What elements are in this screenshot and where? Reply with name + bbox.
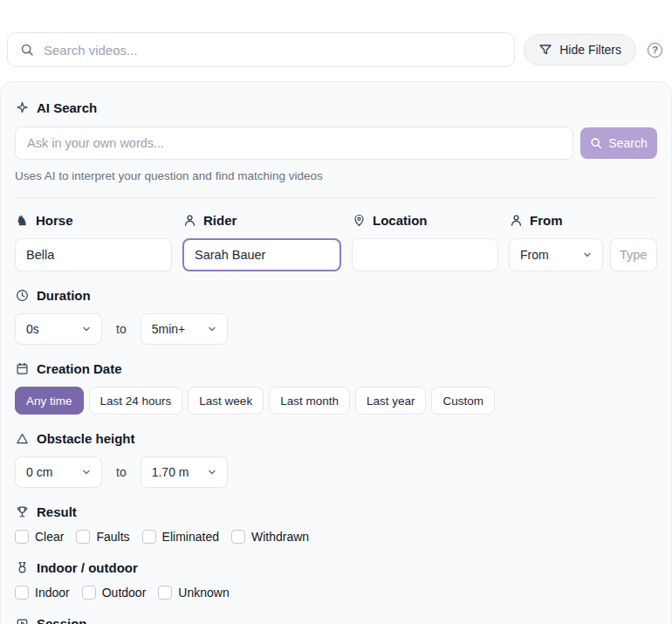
result-option-faults[interactable]: Faults: [76, 530, 129, 544]
creation-date-option-last-month[interactable]: Last month: [269, 387, 350, 415]
clear-label: Clear: [35, 530, 64, 544]
help-icon[interactable]: ?: [648, 43, 662, 58]
faults-label: Faults: [96, 530, 129, 544]
obstacle-max-value: 1.70 m: [152, 465, 189, 479]
location-input[interactable]: [352, 238, 498, 271]
rider-input[interactable]: [182, 238, 341, 271]
from-type-input[interactable]: [610, 238, 657, 271]
chevron-down-icon: [205, 465, 219, 479]
person-icon: [182, 214, 196, 228]
horse-icon: ♞: [15, 214, 29, 228]
unknown-option[interactable]: Unknown: [158, 586, 229, 600]
top-bar: Hide Filters ?: [0, 0, 672, 81]
video-search-input[interactable]: [44, 43, 502, 58]
obstacle-to-label: to: [116, 465, 127, 479]
duration-section: Duration 0s to 5min+: [15, 287, 657, 345]
eliminated-label: Eliminated: [162, 530, 219, 544]
ai-search-button-label: Search: [608, 136, 647, 150]
result-title: Result: [37, 504, 77, 520]
sparkle-icon: [15, 101, 29, 115]
horse-label: Horse: [36, 212, 73, 229]
indoor-label: Indoor: [35, 586, 70, 600]
from-select-value: From: [520, 248, 549, 262]
outdoor-checkbox[interactable]: [82, 586, 96, 600]
map-pin-icon: [352, 214, 366, 228]
creation-date-section: Creation Date Any time Last 24 hours Las…: [15, 360, 657, 415]
indoor-outdoor-title: Indoor / outdoor: [37, 559, 138, 576]
obstacle-min-value: 0 cm: [26, 465, 52, 479]
ai-search-helper-text: Uses AI to interpret your question and f…: [15, 168, 657, 183]
eliminated-checkbox[interactable]: [142, 530, 156, 544]
location-field: Location: [352, 212, 498, 271]
hide-filters-button[interactable]: Hide Filters: [524, 34, 636, 65]
result-section: Result Clear Faults Eliminated Withdrawn: [15, 504, 657, 544]
creation-date-option-last-week[interactable]: Last week: [188, 387, 264, 415]
person-icon: [509, 214, 523, 228]
divider: [15, 197, 657, 198]
chevron-down-icon: [205, 322, 219, 336]
obstacle-max-select[interactable]: 1.70 m: [141, 456, 228, 488]
obstacle-min-select[interactable]: 0 cm: [15, 456, 102, 488]
withdrawn-checkbox[interactable]: [231, 530, 245, 544]
withdrawn-label: Withdrawn: [251, 530, 309, 544]
result-option-clear[interactable]: Clear: [15, 530, 64, 544]
ai-search-section: AI Search Search Uses AI to interpret yo…: [15, 99, 657, 183]
ai-search-button[interactable]: Search: [580, 127, 657, 159]
creation-date-option-custom[interactable]: Custom: [431, 387, 495, 415]
creation-date-title: Creation Date: [37, 360, 122, 377]
result-option-withdrawn[interactable]: Withdrawn: [231, 530, 309, 544]
triangle-icon: [15, 432, 29, 446]
outdoor-label: Outdoor: [102, 586, 147, 600]
location-label: Location: [373, 212, 428, 229]
duration-max-value: 5min+: [152, 322, 186, 336]
filter-funnel-icon: [538, 43, 552, 57]
duration-to-label: to: [116, 322, 127, 336]
session-section: Session: [15, 615, 657, 624]
horse-input[interactable]: [15, 238, 172, 271]
session-title: Session: [37, 615, 87, 624]
rider-label: Rider: [203, 212, 237, 229]
obstacle-height-section: Obstacle height 0 cm to 1.70 m: [15, 430, 657, 488]
session-icon: [15, 617, 29, 624]
horse-field: ♞ Horse: [15, 212, 172, 271]
faults-checkbox[interactable]: [76, 530, 90, 544]
from-label: From: [530, 212, 563, 229]
rider-field: Rider: [182, 212, 341, 271]
indoor-checkbox[interactable]: [15, 586, 29, 600]
duration-min-select[interactable]: 0s: [15, 313, 102, 345]
creation-date-option-last-year[interactable]: Last year: [355, 387, 427, 415]
creation-date-option-any-time[interactable]: Any time: [15, 387, 84, 415]
filters-panel: AI Search Search Uses AI to interpret yo…: [0, 81, 672, 624]
result-option-eliminated[interactable]: Eliminated: [142, 530, 219, 544]
from-field: From From: [509, 212, 657, 271]
search-icon: [20, 43, 34, 57]
hide-filters-label: Hide Filters: [559, 43, 621, 57]
ai-search-input[interactable]: [15, 127, 573, 160]
search-icon: [590, 137, 602, 149]
obstacle-height-title: Obstacle height: [37, 430, 135, 447]
ai-search-title: AI Search: [37, 99, 97, 116]
video-search-box[interactable]: [7, 32, 515, 67]
indoor-outdoor-section: Indoor / outdoor Indoor Outdoor Unknown: [15, 559, 657, 600]
duration-min-value: 0s: [26, 322, 39, 336]
from-select[interactable]: From: [509, 238, 603, 271]
clock-icon: [15, 289, 29, 303]
chevron-down-icon: [79, 465, 93, 479]
duration-title: Duration: [37, 287, 91, 304]
outdoor-option[interactable]: Outdoor: [82, 586, 147, 600]
unknown-checkbox[interactable]: [158, 586, 172, 600]
unknown-label: Unknown: [178, 586, 229, 600]
creation-date-option-last-24-hours[interactable]: Last 24 hours: [89, 387, 183, 415]
chevron-down-icon: [79, 322, 93, 336]
trophy-icon: [15, 505, 29, 519]
chevron-down-icon: [580, 248, 594, 262]
entity-filters-row: ♞ Horse Rider Location: [15, 212, 657, 271]
medal-icon: [15, 561, 29, 575]
calendar-icon: [15, 362, 29, 376]
indoor-option[interactable]: Indoor: [15, 586, 70, 600]
clear-checkbox[interactable]: [15, 530, 29, 544]
duration-max-select[interactable]: 5min+: [141, 313, 228, 345]
